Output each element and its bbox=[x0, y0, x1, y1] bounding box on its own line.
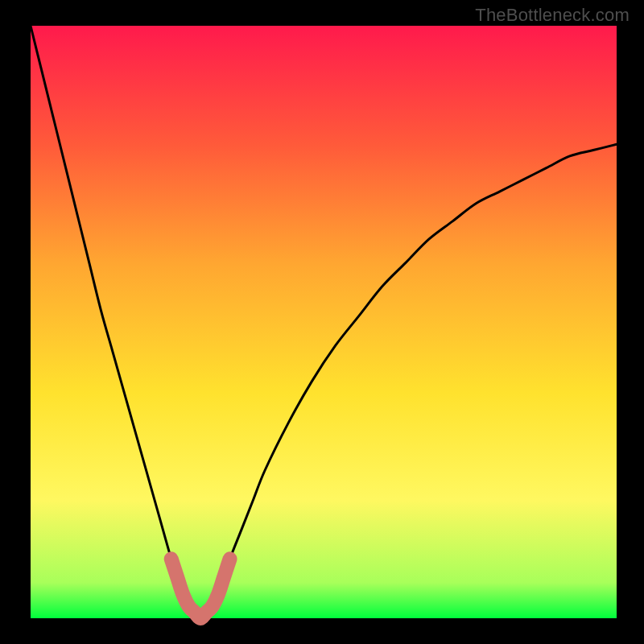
plot-background bbox=[31, 26, 617, 618]
bottleneck-plot bbox=[0, 0, 644, 644]
chart-container: { "watermark": "TheBottleneck.com", "col… bbox=[0, 0, 644, 644]
